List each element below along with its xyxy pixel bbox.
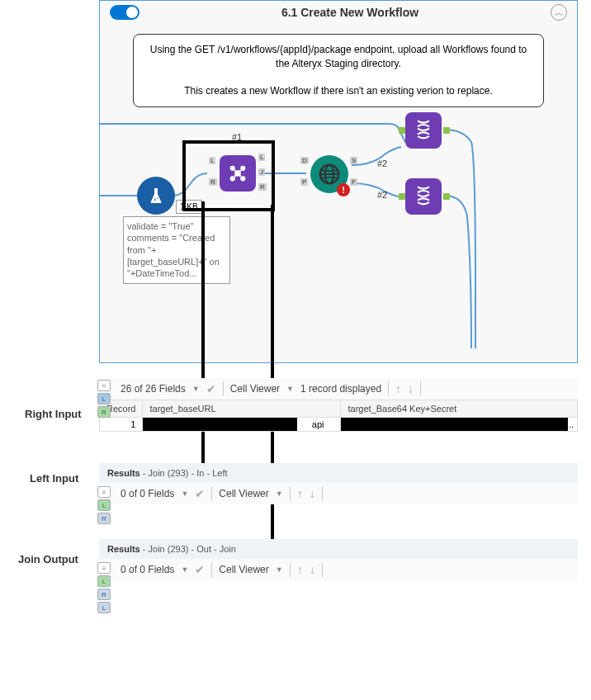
enable-toggle[interactable] [110,5,139,20]
fields-dropdown[interactable]: ▼ [181,565,188,574]
list-icon[interactable]: ≡ [97,380,111,391]
cell-viewer-label: Cell Viewer [219,488,268,499]
down-arrow-icon[interactable]: ↓ [310,487,315,500]
svg-point-1 [157,197,158,199]
up-arrow-icon[interactable]: ↑ [395,382,401,395]
port-f-out: F [350,178,357,186]
join-results-header: Results - Join (293) - Out - Join [99,539,578,559]
records-displayed: 1 record displayed [300,383,381,395]
port-out [443,127,450,134]
join-toolbar: 0 of 0 Fields ▼ ✔ Cell Viewer ▼ ↑ ↓ [99,559,578,580]
up-arrow-icon[interactable]: ↑ [297,563,303,576]
fields-count: 0 of 0 Fields [106,488,174,499]
hash-2b-label: #2 [377,190,387,200]
port-s-out: S [350,157,357,164]
port-out [443,193,450,200]
up-arrow-icon[interactable]: ↑ [297,487,303,500]
anchor-r-icon[interactable]: R [97,589,111,600]
highlight-box [182,140,275,211]
table-row[interactable]: 1 api ... [100,418,578,432]
left-results-header: Results - Join (293) - In - Left [99,463,578,483]
port-in [399,193,405,200]
macro-tool-bottom[interactable] [405,178,442,215]
anchor-l-icon[interactable]: L [97,393,111,404]
port-d-in: D [300,157,309,164]
description-line1: Using the GET /v1/workflows/{appId}/pack… [149,43,528,71]
list-icon[interactable]: ≡ [97,486,111,498]
api-text: api [312,419,324,429]
checkmark-icon[interactable]: ✔ [195,487,205,500]
formula-text: validate = "True"comments = "Created fro… [127,221,220,278]
cell-viewer-label: Cell Viewer [230,383,280,395]
error-badge-icon: ! [337,183,350,196]
col-b64[interactable]: target_Base64 Key+Secret [341,400,578,418]
description-box: Using the GET /v1/workflows/{appId}/pack… [133,34,544,107]
list-icon[interactable]: ≡ [97,562,111,574]
fields-count: 26 of 26 Fields [106,383,186,395]
port-in [399,127,405,134]
collapse-button[interactable]: ︿ [551,4,567,21]
cell-viewer-label: Cell Viewer [219,564,268,575]
checkmark-icon[interactable]: ✔ [195,563,205,576]
join-output-label: Join Output [18,553,78,565]
port-p-in: P [300,178,308,186]
description-line2: This creates a new Workflow if there isn… [149,84,528,98]
workflow-nodes-area: #1 #2 #2 L R L J R ! D P S F 1 KB [100,117,577,348]
cell-baseurl: api [143,418,341,432]
right-input-panel: ≡ L R 26 of 26 Fields ▼ ✔ Cell Viewer ▼ … [99,378,578,432]
connector-left [201,201,205,474]
col-baseurl[interactable]: target_baseURL [143,400,341,418]
left-input-panel: Results - Join (293) - In - Left ≡ L R 0… [99,463,578,504]
cellviewer-dropdown[interactable]: ▼ [286,385,294,393]
cellviewer-dropdown[interactable]: ▼ [276,490,283,498]
cell-record: 1 [100,418,143,432]
formula-preview: validate = "True"comments = "Created fro… [123,216,230,283]
anchor-l-icon[interactable]: L [97,575,111,587]
right-input-label: Right Input [25,408,82,420]
right-toolbar: 26 of 26 Fields ▼ ✔ Cell Viewer ▼ 1 reco… [99,378,578,400]
right-data-table: Record target_baseURL target_Base64 Key+… [99,400,578,432]
canvas-header: 6.1 Create New Workflow ︿ [100,1,577,24]
left-toolbar: 0 of 0 Fields ▼ ✔ Cell Viewer ▼ ↑ ↓ [99,483,578,504]
svg-point-0 [154,199,156,201]
workflow-canvas: 6.1 Create New Workflow ︿ Using the GET … [99,0,578,363]
fields-count: 0 of 0 Fields [106,564,174,575]
ellipsis: ... [566,419,574,429]
fields-dropdown[interactable]: ▼ [181,490,188,498]
formula-tool[interactable] [137,177,175,215]
cell-b64: ... [341,418,578,432]
left-input-label: Left Input [30,472,78,485]
macro-tool-top[interactable] [405,112,442,149]
anchor-r-icon[interactable]: R [97,406,111,418]
canvas-title: 6.1 Create New Workflow [149,6,551,19]
anchor-r-icon[interactable]: R [97,513,111,524]
fields-dropdown[interactable]: ▼ [192,385,200,393]
checkmark-icon[interactable]: ✔ [206,382,216,395]
cellviewer-dropdown[interactable]: ▼ [276,565,283,574]
join-output-panel: Results - Join (293) - Out - Join ≡ L R … [99,539,578,613]
down-arrow-icon[interactable]: ↓ [310,563,315,576]
anchor-lo-icon[interactable]: L [97,602,111,613]
download-tool[interactable]: ! [310,155,348,193]
hash-2a-label: #2 [377,158,387,168]
down-arrow-icon[interactable]: ↓ [408,382,414,395]
anchor-l-icon[interactable]: L [97,499,111,511]
